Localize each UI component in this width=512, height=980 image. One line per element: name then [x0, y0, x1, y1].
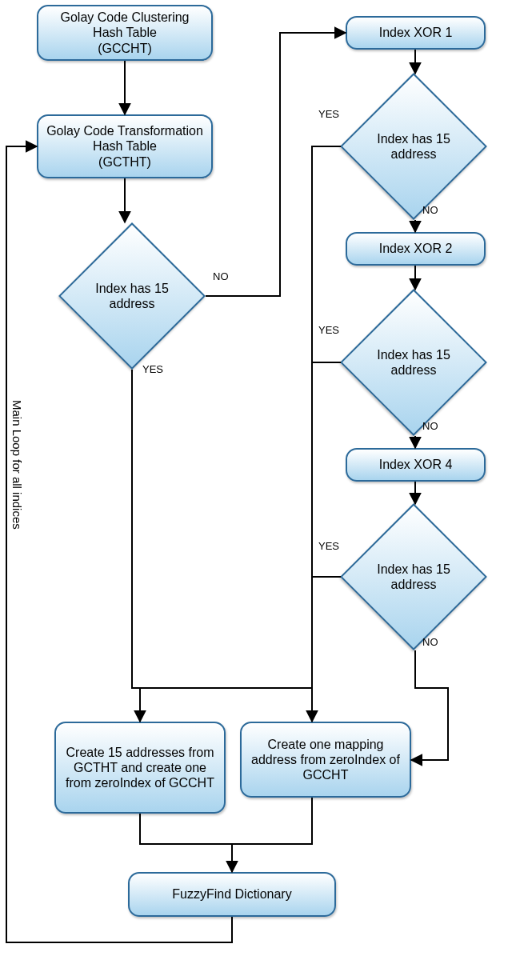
- node-gctht: Golay Code Transformation Hash Table(GCT…: [37, 114, 213, 178]
- label-dec1-no: NO: [213, 270, 229, 282]
- label-dec4-no: NO: [422, 636, 438, 648]
- node-create15: Create 15 addresses from GCTHT and creat…: [54, 722, 226, 814]
- label-dec2-yes: YES: [318, 108, 339, 120]
- label-loop: Main Loop for all indices: [10, 400, 24, 530]
- decision-3: Index has 15 address: [362, 310, 466, 414]
- label-dec1-yes: YES: [142, 363, 163, 375]
- node-xor1: Index XOR 1: [346, 16, 486, 50]
- decision-2: Index has 15 address: [362, 94, 466, 198]
- decision-1: Index has 15 address: [80, 244, 184, 348]
- decision-4: Index has 15 address: [362, 525, 466, 629]
- label-dec3-yes: YES: [318, 324, 339, 336]
- node-xor4: Index XOR 4: [346, 448, 486, 482]
- node-xor2: Index XOR 2: [346, 232, 486, 266]
- label-dec2-no: NO: [422, 204, 438, 216]
- node-gccht: Golay Code Clustering Hash Table(GCCHT): [37, 5, 213, 61]
- label-dec3-no: NO: [422, 420, 438, 432]
- node-create1: Create one mapping address from zeroInde…: [240, 722, 411, 798]
- node-fuzzy: FuzzyFind Dictionary: [128, 872, 336, 917]
- label-dec4-yes: YES: [318, 540, 339, 552]
